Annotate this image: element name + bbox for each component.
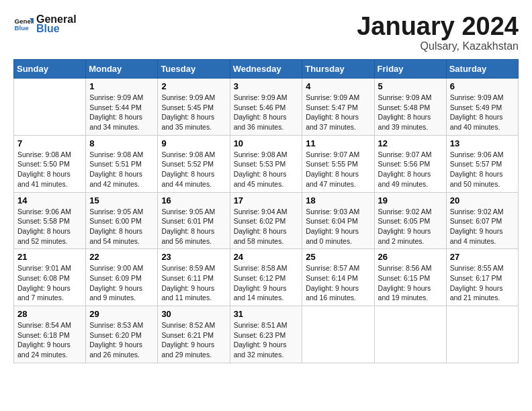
header-saturday: Saturday	[446, 60, 518, 79]
day-info: Sunrise: 9:05 AM Sunset: 6:00 PM Dayligh…	[89, 207, 154, 246]
day-number: 6	[450, 81, 515, 91]
day-cell: 21Sunrise: 9:01 AM Sunset: 6:08 PM Dayli…	[14, 249, 86, 306]
day-cell: 17Sunrise: 9:04 AM Sunset: 6:02 PM Dayli…	[230, 192, 302, 249]
day-number: 29	[89, 309, 154, 319]
calendar-subtitle: Qulsary, Kazakhstan	[357, 40, 519, 52]
logo: General Blue General Blue	[13, 13, 77, 35]
day-info: Sunrise: 9:03 AM Sunset: 6:04 PM Dayligh…	[306, 207, 370, 246]
day-number: 12	[378, 138, 443, 148]
day-cell: 14Sunrise: 9:06 AM Sunset: 5:58 PM Dayli…	[14, 192, 86, 249]
day-info: Sunrise: 8:55 AM Sunset: 6:17 PM Dayligh…	[450, 263, 515, 303]
day-info: Sunrise: 9:02 AM Sunset: 6:05 PM Dayligh…	[378, 207, 443, 246]
day-cell: 26Sunrise: 8:56 AM Sunset: 6:15 PM Dayli…	[374, 249, 446, 306]
day-number: 20	[450, 195, 515, 205]
svg-text:Blue: Blue	[15, 24, 30, 32]
day-number: 21	[17, 252, 82, 262]
logo-line2: Blue	[36, 23, 77, 35]
day-info: Sunrise: 9:09 AM Sunset: 5:46 PM Dayligh…	[234, 93, 299, 132]
day-number: 25	[306, 252, 370, 262]
day-cell	[446, 306, 518, 363]
day-info: Sunrise: 8:56 AM Sunset: 6:15 PM Dayligh…	[378, 263, 443, 303]
day-info: Sunrise: 9:02 AM Sunset: 6:07 PM Dayligh…	[450, 207, 515, 246]
day-number: 11	[306, 138, 370, 148]
day-info: Sunrise: 9:09 AM Sunset: 5:48 PM Dayligh…	[378, 93, 443, 132]
day-info: Sunrise: 8:58 AM Sunset: 6:12 PM Dayligh…	[234, 263, 299, 303]
day-cell: 30Sunrise: 8:52 AM Sunset: 6:21 PM Dayli…	[158, 306, 230, 363]
day-number: 22	[89, 252, 154, 262]
day-number: 18	[306, 195, 370, 205]
day-cell: 19Sunrise: 9:02 AM Sunset: 6:05 PM Dayli…	[374, 192, 446, 249]
day-cell: 22Sunrise: 9:00 AM Sunset: 6:09 PM Dayli…	[86, 249, 158, 306]
day-cell: 10Sunrise: 9:08 AM Sunset: 5:53 PM Dayli…	[230, 135, 302, 192]
day-info: Sunrise: 9:09 AM Sunset: 5:47 PM Dayligh…	[306, 93, 370, 132]
day-number: 9	[161, 138, 226, 148]
day-cell: 9Sunrise: 9:08 AM Sunset: 5:52 PM Daylig…	[158, 135, 230, 192]
day-info: Sunrise: 9:00 AM Sunset: 6:09 PM Dayligh…	[89, 263, 154, 303]
day-cell	[302, 306, 374, 363]
day-cell: 8Sunrise: 9:08 AM Sunset: 5:51 PM Daylig…	[86, 135, 158, 192]
day-number: 10	[234, 138, 299, 148]
day-cell: 4Sunrise: 9:09 AM Sunset: 5:47 PM Daylig…	[302, 79, 374, 136]
day-cell	[14, 79, 86, 136]
day-number: 4	[306, 81, 370, 91]
day-number: 23	[161, 252, 226, 262]
calendar-title: January 2024	[357, 13, 519, 39]
day-number: 17	[234, 195, 299, 205]
day-info: Sunrise: 9:09 AM Sunset: 5:44 PM Dayligh…	[89, 93, 154, 132]
day-info: Sunrise: 9:08 AM Sunset: 5:51 PM Dayligh…	[89, 150, 154, 189]
header-sunday: Sunday	[14, 60, 86, 79]
day-number: 15	[89, 195, 154, 205]
day-cell: 18Sunrise: 9:03 AM Sunset: 6:04 PM Dayli…	[302, 192, 374, 249]
day-cell: 25Sunrise: 8:57 AM Sunset: 6:14 PM Dayli…	[302, 249, 374, 306]
day-number: 1	[89, 81, 154, 91]
day-cell: 5Sunrise: 9:09 AM Sunset: 5:48 PM Daylig…	[374, 79, 446, 136]
day-info: Sunrise: 8:51 AM Sunset: 6:23 PM Dayligh…	[234, 320, 299, 360]
day-cell: 7Sunrise: 9:08 AM Sunset: 5:50 PM Daylig…	[14, 135, 86, 192]
day-cell	[374, 306, 446, 363]
day-number: 30	[161, 309, 226, 319]
day-number: 2	[161, 81, 226, 91]
day-number: 31	[234, 309, 299, 319]
day-info: Sunrise: 9:05 AM Sunset: 6:01 PM Dayligh…	[161, 207, 226, 246]
day-number: 19	[378, 195, 443, 205]
day-number: 16	[161, 195, 226, 205]
day-cell: 27Sunrise: 8:55 AM Sunset: 6:17 PM Dayli…	[446, 249, 518, 306]
day-cell: 2Sunrise: 9:09 AM Sunset: 5:45 PM Daylig…	[158, 79, 230, 136]
header-row: SundayMondayTuesdayWednesdayThursdayFrid…	[14, 60, 519, 79]
day-cell: 3Sunrise: 9:09 AM Sunset: 5:46 PM Daylig…	[230, 79, 302, 136]
day-info: Sunrise: 8:59 AM Sunset: 6:11 PM Dayligh…	[161, 263, 226, 303]
title-block: January 2024 Qulsary, Kazakhstan	[357, 13, 519, 52]
day-cell: 20Sunrise: 9:02 AM Sunset: 6:07 PM Dayli…	[446, 192, 518, 249]
week-row-4: 21Sunrise: 9:01 AM Sunset: 6:08 PM Dayli…	[14, 249, 519, 306]
day-info: Sunrise: 9:09 AM Sunset: 5:45 PM Dayligh…	[161, 93, 226, 132]
day-info: Sunrise: 9:08 AM Sunset: 5:52 PM Dayligh…	[161, 150, 226, 189]
day-cell: 29Sunrise: 8:53 AM Sunset: 6:20 PM Dayli…	[86, 306, 158, 363]
day-info: Sunrise: 9:06 AM Sunset: 5:57 PM Dayligh…	[450, 150, 515, 189]
day-number: 28	[17, 309, 82, 319]
week-row-5: 28Sunrise: 8:54 AM Sunset: 6:18 PM Dayli…	[14, 306, 519, 363]
day-cell: 6Sunrise: 9:09 AM Sunset: 5:49 PM Daylig…	[446, 79, 518, 136]
day-number: 13	[450, 138, 515, 148]
day-info: Sunrise: 8:52 AM Sunset: 6:21 PM Dayligh…	[161, 320, 226, 360]
day-info: Sunrise: 9:07 AM Sunset: 5:55 PM Dayligh…	[306, 150, 370, 189]
header-friday: Friday	[374, 60, 446, 79]
day-info: Sunrise: 9:08 AM Sunset: 5:50 PM Dayligh…	[17, 150, 82, 189]
day-cell: 23Sunrise: 8:59 AM Sunset: 6:11 PM Dayli…	[158, 249, 230, 306]
day-info: Sunrise: 9:09 AM Sunset: 5:49 PM Dayligh…	[450, 93, 515, 132]
day-info: Sunrise: 9:07 AM Sunset: 5:56 PM Dayligh…	[378, 150, 443, 189]
week-row-1: 1Sunrise: 9:09 AM Sunset: 5:44 PM Daylig…	[14, 79, 519, 136]
day-info: Sunrise: 9:08 AM Sunset: 5:53 PM Dayligh…	[234, 150, 299, 189]
day-number: 14	[17, 195, 82, 205]
day-info: Sunrise: 9:01 AM Sunset: 6:08 PM Dayligh…	[17, 263, 82, 303]
day-cell: 15Sunrise: 9:05 AM Sunset: 6:00 PM Dayli…	[86, 192, 158, 249]
day-cell: 16Sunrise: 9:05 AM Sunset: 6:01 PM Dayli…	[158, 192, 230, 249]
day-number: 27	[450, 252, 515, 262]
logo-icon: General Blue	[13, 14, 34, 34]
page-header: General Blue General Blue January 2024 Q…	[13, 13, 519, 52]
day-number: 24	[234, 252, 299, 262]
day-info: Sunrise: 8:54 AM Sunset: 6:18 PM Dayligh…	[17, 320, 82, 360]
day-cell: 11Sunrise: 9:07 AM Sunset: 5:55 PM Dayli…	[302, 135, 374, 192]
day-cell: 28Sunrise: 8:54 AM Sunset: 6:18 PM Dayli…	[14, 306, 86, 363]
day-number: 26	[378, 252, 443, 262]
day-cell: 24Sunrise: 8:58 AM Sunset: 6:12 PM Dayli…	[230, 249, 302, 306]
